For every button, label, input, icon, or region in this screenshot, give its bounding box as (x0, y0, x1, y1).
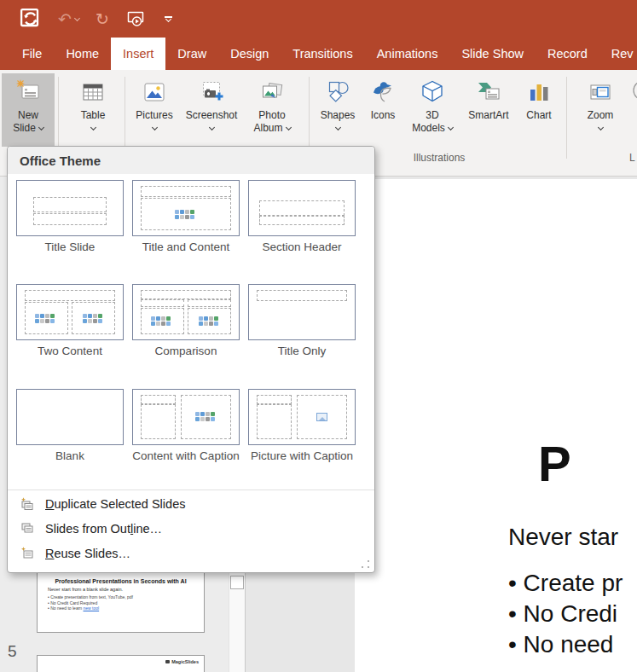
tab-home[interactable]: Home (54, 38, 111, 70)
redo-icon: ↻ (96, 11, 109, 27)
zoom-icon (587, 78, 614, 106)
layout-caption: Comparison (132, 344, 240, 358)
layout-blank[interactable]: Blank (16, 389, 124, 463)
layout-picture-with-caption[interactable]: Picture with Caption (248, 389, 356, 463)
group-divider (566, 77, 567, 159)
smartart-icon (475, 78, 502, 106)
tab-file[interactable]: File (10, 38, 54, 70)
menu-label: Slides from Out (45, 522, 130, 536)
shapes-label: Shapes (321, 109, 356, 122)
new-slide-label2: Slide (13, 122, 36, 135)
layout-title-and-content[interactable]: Title and Content (132, 180, 240, 254)
layout-caption: Blank (16, 449, 124, 463)
tab-record[interactable]: Record (536, 38, 599, 70)
chart-button[interactable]: Chart (518, 73, 559, 147)
group-label-links-partial: L (629, 152, 635, 164)
slide-title-text[interactable]: P (538, 435, 571, 492)
screenshot-label: Screenshot (186, 109, 238, 122)
tab-transitions[interactable]: Transitions (281, 38, 364, 70)
layout-content-with-caption[interactable]: Content with Caption (132, 389, 240, 463)
thumb4-bullet-text: • No need to learn (48, 605, 84, 611)
slide-canvas[interactable]: P Never star • Create pr • No Credi • No… (355, 179, 637, 672)
icons-button[interactable]: Icons (363, 73, 402, 147)
new-slide-label: New (18, 109, 38, 122)
layout-caption: Title Only (248, 344, 356, 358)
undo-button[interactable]: ↶ (58, 9, 79, 29)
layout-comparison[interactable]: Comparison (132, 284, 240, 358)
menu-separator (8, 490, 374, 490)
menu-label: euse Slides… (54, 547, 130, 560)
slide-bullet[interactable]: • Create pr (508, 570, 623, 597)
menu-reuse-slides[interactable]: Reuse Slides… (8, 541, 374, 565)
pictures-icon (141, 78, 168, 106)
tab-animations[interactable]: Animations (365, 38, 450, 70)
pictures-label: Pictures (136, 109, 172, 122)
thumb4-bullet: • No need to learn new tool (48, 605, 204, 611)
content-icons-cluster (195, 412, 217, 421)
autosave-save-icon[interactable] (17, 9, 44, 29)
table-button[interactable]: Table (68, 73, 118, 147)
shapes-button[interactable]: Shapes (314, 73, 362, 147)
new-slide-icon (14, 78, 42, 106)
slide-bullet[interactable]: • No Credi (508, 600, 617, 628)
menu-label-accel: D (45, 497, 54, 511)
layout-caption: Picture with Caption (248, 449, 356, 463)
link-button-partial[interactable] (626, 73, 637, 147)
smartart-label: SmartArt (468, 109, 508, 122)
layout-two-content[interactable]: Two Content (16, 284, 124, 358)
layout-section-header[interactable]: Section Header (248, 180, 356, 254)
menu-slides-from-outline[interactable]: Slides from Outline… (8, 516, 374, 541)
3d-models-label: 3D (426, 109, 438, 122)
layout-caption: Two Content (16, 344, 124, 358)
layout-title-slide[interactable]: Title Slide (16, 180, 124, 254)
chevron-down-icon (334, 125, 340, 130)
chart-icon (525, 78, 553, 106)
slide-thumbnail-5[interactable]: MagicSlides (37, 655, 205, 672)
photo-album-label2: Album (253, 122, 282, 135)
slideshow-icon (125, 9, 146, 29)
tab-insert[interactable]: Insert (111, 38, 165, 70)
icons-label: Icons (371, 109, 396, 122)
tab-slide-show[interactable]: Slide Show (449, 38, 536, 70)
zoom-button[interactable]: Zoom (576, 73, 624, 147)
tab-design[interactable]: Design (218, 38, 281, 70)
content-icons-cluster (35, 314, 57, 323)
table-icon (79, 78, 107, 106)
pictures-button[interactable]: Pictures (128, 73, 181, 147)
3d-models-icon (419, 78, 446, 106)
slide-intro-text[interactable]: Never star (508, 524, 618, 551)
start-slideshow-button[interactable] (125, 9, 146, 29)
link-globe-icon (629, 78, 637, 106)
screenshot-icon (198, 78, 225, 106)
customize-qat-button[interactable] (159, 9, 178, 29)
resize-grip[interactable] (362, 560, 369, 568)
layout-caption: Section Header (248, 240, 356, 254)
save-sync-icon (17, 5, 44, 32)
redo-button[interactable]: ↻ (93, 9, 112, 29)
chevron-down-icon (151, 125, 157, 130)
undo-dropdown-chevron-icon[interactable] (74, 14, 80, 20)
menu-duplicate-selected-slides[interactable]: Duplicate Selected Slides (8, 491, 374, 516)
photo-album-button[interactable]: Photo Album (244, 73, 300, 147)
tab-draw[interactable]: Draw (165, 38, 218, 70)
thumb4-subtitle: Never start from a blank slide again. (48, 587, 204, 592)
reuse-slides-icon (20, 547, 35, 560)
screenshot-button[interactable]: Screenshot (182, 73, 240, 147)
3d-models-button[interactable]: 3D Models (406, 73, 459, 147)
slide-bullet[interactable]: • No need (508, 631, 613, 658)
smartart-button[interactable]: SmartArt (460, 73, 517, 147)
thumb4-title: Professional Presentations in Seconds wi… (38, 578, 204, 584)
tab-review-partial[interactable]: Rev (599, 38, 637, 70)
menu-label: ine… (133, 522, 162, 536)
new-slide-button[interactable]: New Slide (2, 73, 55, 147)
photo-album-icon (258, 78, 286, 106)
zoom-label: Zoom (588, 109, 614, 122)
thumb4-link[interactable]: new tool (84, 605, 100, 611)
chevron-down-icon (448, 125, 454, 130)
3d-models-label2: Models (412, 122, 445, 135)
layout-title-only[interactable]: Title Only (248, 284, 356, 358)
slides-from-outline-icon (20, 522, 35, 536)
scrollbar-thumb[interactable] (230, 576, 244, 589)
layout-caption: Title Slide (16, 240, 124, 254)
thumb5-logo-text: MagicSlides (171, 659, 199, 664)
